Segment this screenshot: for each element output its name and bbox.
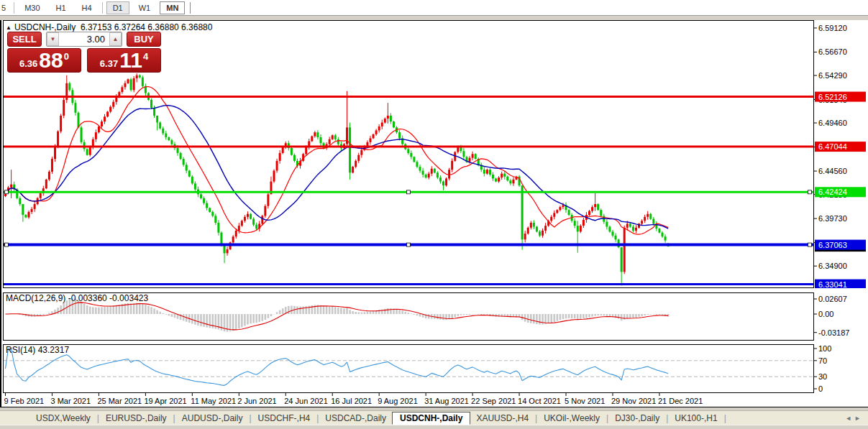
svg-text:0.02607: 0.02607 bbox=[818, 295, 847, 303]
volume-increase-icon[interactable]: ▲ bbox=[109, 32, 122, 46]
line-handle bbox=[407, 243, 411, 246]
line-handle bbox=[808, 190, 812, 194]
buy-price-button[interactable]: 6.37 11 4 bbox=[87, 48, 161, 73]
rsi-canvas[interactable]: 10070300 bbox=[1, 344, 868, 393]
svg-text:0: 0 bbox=[818, 384, 823, 393]
sell-price-pips: 88 bbox=[39, 50, 63, 71]
buy-price-point: 4 bbox=[143, 51, 148, 62]
svg-text:2 Jun 2021: 2 Jun 2021 bbox=[237, 397, 276, 405]
svg-text:5 Nov 2021: 5 Nov 2021 bbox=[565, 397, 605, 405]
status-strip bbox=[0, 425, 868, 429]
tab-audusd-daily[interactable]: AUDUSD-,Daily bbox=[176, 412, 249, 424]
sell-price-button[interactable]: 6.36 88 0 bbox=[7, 48, 81, 73]
volume-decrease-icon[interactable]: ▼ bbox=[47, 32, 59, 46]
volume-input[interactable]: 3.00 bbox=[59, 32, 109, 46]
svg-text:19 Apr 2021: 19 Apr 2021 bbox=[144, 397, 186, 405]
svg-text:3 Mar 2021: 3 Mar 2021 bbox=[50, 397, 91, 405]
tab-separator: | bbox=[723, 413, 727, 423]
tab-usdchf-h4[interactable]: USDCHF-,H4 bbox=[252, 412, 316, 424]
tab-usdcad-daily[interactable]: USDCAD-,Daily bbox=[319, 412, 392, 424]
buy-price-major: 6.37 bbox=[100, 58, 118, 69]
main-price-pane: 6.591206.566706.542906.518406.494606.470… bbox=[1, 20, 868, 288]
timeframe-button-h1[interactable]: H1 bbox=[50, 1, 73, 14]
mt4-terminal: 5 M30 H1 H4 D1 W1 MN 6.591206.566706.542… bbox=[0, 0, 868, 429]
svg-text:-0.03187: -0.03187 bbox=[818, 328, 849, 337]
svg-text:29 Nov 2021: 29 Nov 2021 bbox=[611, 397, 656, 405]
sell-price-point: 0 bbox=[64, 51, 69, 62]
tab-dj30-daily[interactable]: DJ30-,Daily bbox=[609, 412, 665, 424]
svg-text:6.44560: 6.44560 bbox=[818, 167, 847, 175]
toolbar-separator bbox=[190, 2, 191, 14]
svg-text:16 Jul 2021: 16 Jul 2021 bbox=[331, 397, 372, 405]
chart-ohlc-readout: 6.37153 6.37264 6.36880 6.36880 bbox=[81, 22, 213, 32]
svg-text:6.54290: 6.54290 bbox=[818, 71, 847, 80]
svg-text:70: 70 bbox=[818, 356, 827, 365]
tab-xauusd-h4[interactable]: XAUUSD-,H4 bbox=[470, 412, 534, 424]
svg-text:6.52126: 6.52126 bbox=[818, 93, 847, 101]
svg-text:6.59120: 6.59120 bbox=[818, 24, 847, 32]
svg-text:6.34900: 6.34900 bbox=[818, 262, 847, 270]
svg-text:22 Sep 2021: 22 Sep 2021 bbox=[471, 397, 516, 405]
timeframe-button-m5[interactable]: 5 bbox=[0, 1, 10, 14]
timeframe-button-h4[interactable]: H4 bbox=[76, 1, 99, 14]
svg-text:21 Dec 2021: 21 Dec 2021 bbox=[658, 397, 703, 405]
rsi-value: 43.2317 bbox=[38, 345, 69, 355]
buy-price-pips: 11 bbox=[119, 50, 142, 71]
svg-text:6.49460: 6.49460 bbox=[818, 119, 847, 127]
svg-text:11 May 2021: 11 May 2021 bbox=[191, 397, 236, 405]
svg-text:9 Feb 2021: 9 Feb 2021 bbox=[4, 397, 45, 405]
svg-text:24 Jun 2021: 24 Jun 2021 bbox=[284, 397, 328, 405]
macd-header: MACD(12,26,9) -0.003360 -0.003423 bbox=[6, 293, 148, 303]
rsi-pane: 10070300 RSI(14) 43.2317 bbox=[1, 344, 868, 393]
svg-text:6.42424: 6.42424 bbox=[818, 188, 847, 196]
svg-text:6.33041: 6.33041 bbox=[818, 280, 847, 288]
tab-usdx-weekly[interactable]: USDX,Weekly bbox=[30, 412, 96, 424]
time-axis[interactable]: 9 Feb 20213 Mar 202125 Mar 202119 Apr 20… bbox=[1, 393, 868, 407]
timeframe-button-m30[interactable]: M30 bbox=[18, 1, 46, 14]
sell-button[interactable]: SELL bbox=[7, 32, 42, 47]
volume-spinner: ▼ 3.00 ▲ bbox=[46, 32, 122, 47]
chart-window: 6.591206.566706.542906.518406.494606.470… bbox=[0, 20, 868, 407]
chart-title: ▲USDCNH-,Daily 6.37153 6.37264 6.36880 6… bbox=[6, 22, 212, 32]
timeframe-button-w1[interactable]: W1 bbox=[132, 1, 157, 14]
svg-text:100: 100 bbox=[818, 344, 831, 353]
tab-scroll-arrows[interactable]: ◄► bbox=[845, 415, 864, 422]
line-handle bbox=[5, 243, 9, 246]
svg-text:25 Mar 2021: 25 Mar 2021 bbox=[97, 397, 142, 405]
sell-price-major: 6.36 bbox=[19, 58, 37, 69]
svg-text:6.56670: 6.56670 bbox=[818, 47, 847, 56]
line-handle bbox=[808, 243, 812, 246]
svg-text:0.00: 0.00 bbox=[818, 310, 833, 318]
one-click-trading-panel: SELL ▼ 3.00 ▲ BUY 6.36 88 0 6.37 bbox=[7, 32, 161, 73]
timeframe-button-mn[interactable]: MN bbox=[160, 1, 185, 14]
rsi-header: RSI(14) 43.2317 bbox=[6, 345, 69, 355]
svg-text:14 Oct 2021: 14 Oct 2021 bbox=[518, 397, 561, 405]
collapse-triangle-icon[interactable]: ▲ bbox=[6, 24, 12, 31]
chart-tabbar: USDX,Weekly| EURUSD-,Daily| AUDUSD-,Dail… bbox=[0, 410, 868, 425]
toolbar-separator bbox=[14, 2, 14, 14]
macd-pane: 0.026070.00-0.03187 MACD(12,26,9) -0.003… bbox=[1, 292, 868, 341]
svg-text:9 Aug 2021: 9 Aug 2021 bbox=[378, 397, 418, 405]
macd-value-main: -0.003360 bbox=[68, 293, 107, 303]
svg-text:30: 30 bbox=[818, 372, 827, 381]
tab-uk100-h1[interactable]: UK100-,H1 bbox=[669, 412, 723, 424]
svg-text:6.39730: 6.39730 bbox=[818, 214, 847, 223]
line-handle bbox=[5, 190, 9, 194]
tab-usdcnh-daily[interactable]: USDCNH-,Daily bbox=[392, 412, 470, 425]
tab-ukoil-weekly[interactable]: UKOil-,Weekly bbox=[538, 412, 606, 424]
svg-text:31 Aug 2021: 31 Aug 2021 bbox=[424, 397, 469, 405]
toolbar-separator bbox=[102, 2, 103, 14]
tab-eurusd-daily[interactable]: EURUSD-,Daily bbox=[100, 412, 173, 424]
line-handle bbox=[407, 190, 411, 194]
timeframe-toolbar: 5 M30 H1 H4 D1 W1 MN bbox=[0, 0, 868, 16]
timeframe-button-d1[interactable]: D1 bbox=[106, 1, 129, 14]
macd-value-signal: -0.003423 bbox=[109, 293, 148, 303]
svg-text:6.37063: 6.37063 bbox=[818, 241, 847, 249]
buy-button[interactable]: BUY bbox=[127, 32, 161, 47]
svg-text:6.47044: 6.47044 bbox=[818, 142, 847, 151]
